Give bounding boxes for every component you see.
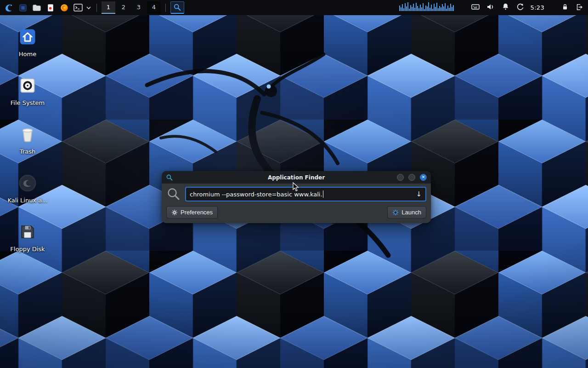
update-sync-icon[interactable]: [516, 2, 525, 13]
app-finder-icon: [166, 174, 173, 181]
minimize-button[interactable]: [397, 174, 404, 181]
desktop-icon-floppy-disk[interactable]: Floppy Disk: [6, 221, 50, 253]
desktop-icon-label: Home: [19, 51, 36, 58]
gear-icon: [171, 209, 178, 216]
dialog-body: chromium --password-store=basic www.kali…: [162, 184, 431, 223]
desktop-icon-file-system[interactable]: File System: [6, 75, 50, 106]
logout-icon[interactable]: [575, 3, 583, 13]
launch-button[interactable]: Launch: [387, 206, 426, 218]
workspace-4[interactable]: 4: [147, 1, 161, 14]
application-finder-window: Application Finder ✕ chromium --password…: [162, 171, 431, 223]
desktop-icon-label: Floppy Disk: [10, 246, 45, 253]
desktop-icon-label: Trash: [20, 148, 35, 155]
launch-gear-icon: [392, 209, 399, 216]
desktop: 1 2 3 4 5:23: [0, 0, 588, 368]
desktop-icon-label: Kali Linux a...: [7, 197, 47, 204]
file-manager-icon[interactable]: [30, 1, 43, 14]
panel-separator: [96, 4, 97, 12]
notifications-bell-icon[interactable]: [501, 2, 510, 13]
titlebar[interactable]: Application Finder ✕: [162, 171, 431, 184]
system-tray: 5:23: [399, 1, 585, 15]
taskbar-application-finder[interactable]: [170, 1, 184, 14]
desktop-icon-kali-linux[interactable]: Kali Linux a...: [6, 172, 50, 204]
command-input[interactable]: chromium --password-store=basic www.kali…: [185, 187, 426, 201]
floppy-disk-icon: [17, 221, 39, 243]
home-icon: [17, 26, 39, 48]
firefox-icon[interactable]: [58, 1, 70, 14]
search-icon: [166, 187, 181, 201]
workspace-3[interactable]: 3: [132, 1, 146, 14]
desktop-icon-trash[interactable]: Trash: [6, 123, 50, 155]
desktop-icon-home[interactable]: Home: [6, 26, 50, 58]
command-input-text: chromium --password-store=basic www.kali…: [190, 191, 322, 198]
top-panel: 1 2 3 4 5:23: [0, 0, 588, 15]
kali-menu-icon[interactable]: [3, 1, 15, 14]
dropdown-arrow-icon[interactable]: ↓: [416, 191, 422, 198]
preferences-button[interactable]: Preferences: [166, 206, 218, 218]
settings-app-icon[interactable]: [17, 1, 29, 14]
trash-icon: [17, 123, 39, 145]
window-title: Application Finder: [162, 174, 431, 181]
volume-icon[interactable]: [486, 2, 495, 13]
clock[interactable]: 5:23: [531, 4, 544, 11]
text-editor-icon[interactable]: [44, 1, 57, 14]
maximize-button[interactable]: [408, 174, 415, 181]
chevron-down-icon[interactable]: [85, 1, 92, 14]
terminal-icon[interactable]: [72, 1, 84, 14]
launch-label: Launch: [401, 209, 421, 216]
audio-spectrum-graph[interactable]: [399, 1, 454, 15]
close-button[interactable]: ✕: [420, 174, 427, 181]
kali-linux-icon: [17, 172, 39, 194]
desktop-icon-label: File System: [11, 99, 45, 106]
keyboard-indicator-icon[interactable]: [471, 2, 480, 13]
search-icon: [173, 3, 181, 12]
desktop-icon-column: Home File System Trash Kali Linux a... F…: [6, 26, 50, 253]
panel-separator: [165, 4, 166, 12]
text-caret: [323, 190, 323, 198]
preferences-label: Preferences: [181, 209, 213, 216]
workspace-2[interactable]: 2: [117, 1, 130, 14]
close-icon: ✕: [422, 175, 425, 179]
lock-screen-icon[interactable]: [561, 3, 569, 13]
workspace-1[interactable]: 1: [102, 1, 115, 14]
file-system-icon: [17, 75, 39, 97]
